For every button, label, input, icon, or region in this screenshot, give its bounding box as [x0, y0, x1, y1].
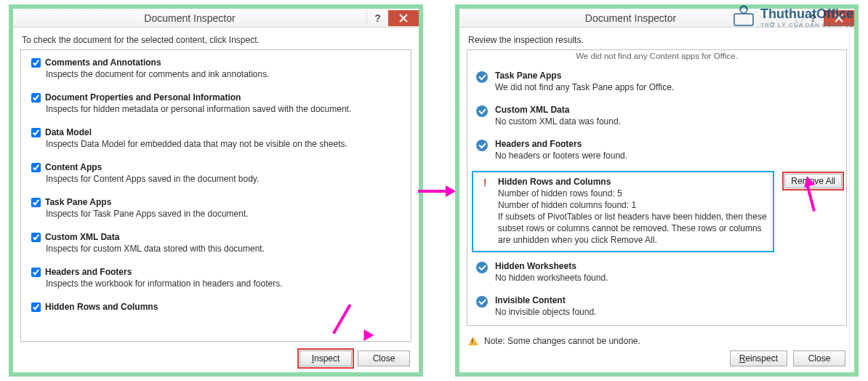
- button-row: Reinspect Close: [730, 350, 845, 366]
- close-x-button[interactable]: [388, 10, 419, 26]
- result-desc: No headers or footers were found.: [495, 150, 839, 161]
- option-label: Headers and Footers: [45, 267, 132, 277]
- close-icon: [399, 14, 408, 23]
- option-desc: Inspects Data Model for embedded data th…: [31, 139, 402, 149]
- check-item: Document Properties and Personal Informa…: [21, 85, 411, 120]
- check-item: Hidden Rows and Columns: [21, 294, 411, 319]
- option-desc: Inspects for hidden metadata or personal…: [31, 104, 402, 114]
- result-desc: Number of hidden rows found: 5Number of …: [498, 188, 768, 246]
- result-item: Invisible ContentNo invisible objects fo…: [467, 289, 846, 324]
- check-item: Task Pane AppsInspects for Task Pane App…: [21, 190, 411, 225]
- warning-icon: [468, 337, 478, 345]
- result-item: Custom XML DataNo custom XML data was fo…: [467, 99, 846, 133]
- option-desc: Inspects the workbook for information in…: [31, 278, 402, 289]
- dialog-title: Document Inspector: [459, 12, 802, 24]
- close-icon: [835, 14, 843, 23]
- option-label: Content Apps: [45, 162, 102, 172]
- option-checkbox[interactable]: [31, 58, 41, 68]
- check-item: Comments and AnnotationsInspects the doc…: [21, 50, 411, 85]
- option-desc: Inspects for Content Apps saved in the d…: [31, 174, 402, 184]
- dialog-title: Document Inspector: [13, 12, 366, 24]
- option-label: Hidden Rows and Columns: [45, 302, 158, 312]
- button-row: Inspect Close: [300, 350, 410, 366]
- result-item: Headers and FootersNo headers or footers…: [467, 133, 846, 167]
- result-item: Task Pane AppsWe did not find any Task P…: [467, 65, 846, 99]
- check-item: Custom XML DataInspects for custom XML d…: [21, 225, 411, 260]
- option-checkbox[interactable]: [31, 93, 41, 103]
- result-label: Hidden Rows and Columns: [498, 177, 768, 187]
- status-ok-icon: [476, 71, 488, 83]
- help-button[interactable]: ?: [366, 10, 388, 26]
- titlebar: Document Inspector ?: [459, 9, 854, 28]
- check-item: Data ModelInspects Data Model for embedd…: [21, 120, 411, 155]
- result-desc: No invisible objects found.: [495, 306, 839, 318]
- status-ok-icon: [476, 262, 488, 273]
- option-checkbox[interactable]: [31, 268, 41, 277]
- note-row: Note: Some changes cannot be undone.: [468, 336, 640, 346]
- instruction-text: To check the document for the selected c…: [13, 28, 419, 49]
- option-checkbox[interactable]: [31, 128, 41, 137]
- document-inspector-dialog-checklist: Document Inspector ? To check the docume…: [9, 4, 423, 377]
- result-label: Custom XML Data: [495, 105, 839, 115]
- close-x-button[interactable]: [824, 10, 854, 26]
- option-desc: Inspects for Task Pane Apps saved in the…: [31, 209, 402, 219]
- status-ok-icon: [476, 296, 488, 308]
- titlebar: Document Inspector ?: [13, 9, 419, 28]
- note-text: Note: Some changes cannot be undone.: [484, 336, 640, 346]
- option-checkbox[interactable]: [31, 163, 41, 172]
- option-desc: Inspects the document for comments and i…: [31, 69, 402, 79]
- option-label: Task Pane Apps: [45, 197, 111, 207]
- option-label: Data Model: [45, 127, 92, 137]
- close-button[interactable]: Close: [358, 350, 410, 366]
- result-item: Hidden WorksheetsNo hidden worksheets fo…: [467, 255, 846, 289]
- status-warning-icon: !: [479, 177, 491, 189]
- instruction-text: Review the inspection results.: [459, 28, 854, 49]
- help-button[interactable]: ?: [802, 10, 824, 26]
- result-desc: No custom XML data was found.: [495, 116, 839, 127]
- option-checkbox[interactable]: [31, 302, 41, 312]
- inspection-options-list[interactable]: Comments and AnnotationsInspects the doc…: [20, 49, 411, 342]
- close-button[interactable]: Close: [793, 350, 845, 366]
- result-label: Invisible Content: [495, 295, 839, 305]
- inspection-results-list[interactable]: We did not find any Content apps for Off…: [467, 49, 847, 326]
- option-label: Comments and Annotations: [45, 57, 161, 68]
- status-ok-icon: [476, 105, 488, 117]
- result-label: Headers and Footers: [495, 139, 839, 149]
- option-checkbox[interactable]: [31, 198, 41, 207]
- option-desc: Inspects for custom XML data stored with…: [31, 244, 402, 254]
- inspect-button[interactable]: Inspect: [300, 350, 352, 366]
- option-label: Custom XML Data: [45, 232, 119, 242]
- document-inspector-dialog-results: Document Inspector ? Review the inspecti…: [455, 4, 859, 377]
- status-ok-icon: [476, 140, 488, 151]
- reinspect-button[interactable]: Reinspect: [730, 350, 787, 366]
- result-desc: No hidden worksheets found.: [495, 272, 839, 284]
- result-label: Task Pane Apps: [495, 71, 839, 81]
- result-desc-cutoff: We did not find any Content apps for Off…: [467, 50, 846, 65]
- check-item: Headers and FootersInspects the workbook…: [21, 260, 411, 294]
- hidden-rows-columns-result: !Hidden Rows and ColumnsNumber of hidden…: [472, 171, 774, 252]
- option-checkbox[interactable]: [31, 233, 41, 242]
- option-label: Document Properties and Personal Informa…: [45, 92, 241, 103]
- check-item: Content AppsInspects for Content Apps sa…: [21, 155, 411, 190]
- result-desc: We did not find any Task Pane apps for O…: [495, 81, 839, 93]
- annotation-arrow-next: [418, 185, 459, 197]
- result-label: Hidden Worksheets: [495, 261, 839, 271]
